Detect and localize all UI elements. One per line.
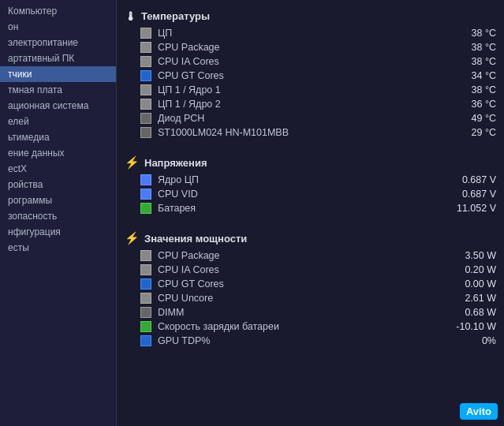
sidebar-item-kompyuter[interactable]: Компьютер (0, 3, 116, 19)
temp-cpu-package: CPU Package 38 °C (117, 40, 504, 54)
power-cpu-ia: CPU IA Cores 0.20 W (117, 263, 504, 277)
cpu-gt-icon (139, 70, 153, 81)
sidebar-item-programs[interactable]: рограммы (0, 192, 116, 208)
temperature-icon: 🌡 (125, 9, 136, 23)
power-pkg-icon (139, 250, 153, 261)
power-gt-icon (139, 278, 153, 290)
temp-hdd: ST1000LM024 HN-M101MBB 29 °C (117, 125, 504, 140)
sidebar-item-electro[interactable]: электропитание (0, 35, 116, 50)
temp-cpu-ia-cores: CPU IA Cores 38 °C (117, 54, 504, 69)
core2-icon (139, 99, 153, 110)
main-content: 🌡 Температуры ЦП 38 °C CPU Package 38 °C… (117, 0, 504, 426)
power-header: ⚡ Значения мощности (117, 226, 504, 248)
sidebar-item-devices[interactable]: ройства (0, 177, 116, 192)
temp-core1: ЦП 1 / Ядро 1 38 °C (117, 83, 504, 97)
pch-icon (139, 113, 153, 124)
sidebar-item-display[interactable]: елей (0, 114, 116, 129)
power-icon: ⚡ (125, 231, 140, 245)
voltages-header: ⚡ Напряжения (117, 151, 504, 173)
power-uncore: CPU Uncore 2.61 W (117, 291, 504, 305)
power-cpu-package: CPU Package 3.50 W (117, 248, 504, 263)
hdd-icon (139, 127, 153, 138)
volt-core-icon (139, 174, 153, 185)
temp-cpu: ЦП 38 °C (117, 26, 504, 40)
power-dimm: DIMM 0.68 W (117, 305, 504, 320)
volt-vid-icon (139, 189, 153, 200)
battery-icon (139, 203, 153, 214)
sidebar-item-os[interactable]: ационная система (0, 98, 116, 114)
sidebar-item-directx[interactable]: ectX (0, 161, 116, 177)
sidebar-item-tests[interactable]: есты (0, 240, 116, 256)
power-charge: Скорость зарядки батареи -10.10 W (117, 320, 504, 334)
temperatures-header: 🌡 Температуры (117, 5, 504, 26)
sidebar-item-data[interactable]: ение данных (0, 145, 116, 161)
power-ia-icon (139, 264, 153, 275)
charge-icon (139, 321, 153, 332)
divider-2 (117, 215, 504, 222)
power-gpu-tdp: GPU TDP% 0% (117, 334, 504, 348)
power-cpu-gt: CPU GT Cores 0.00 W (117, 277, 504, 291)
temp-core2: ЦП 1 / Ядро 2 36 °C (117, 97, 504, 111)
volt-vid: CPU VID 0.687 V (117, 187, 504, 201)
temp-cpu-gt-cores: CPU GT Cores 34 °C (117, 69, 504, 83)
power-uncore-icon (139, 293, 153, 304)
sidebar-item-multimedia[interactable]: ьтимедиа (0, 129, 116, 145)
voltage-icon: ⚡ (125, 155, 140, 170)
sidebar-item-on[interactable]: он (0, 19, 116, 35)
temp-pch: Диод PCH 49 °C (117, 111, 504, 125)
cpu-icon (139, 28, 153, 39)
sidebar-item-portable[interactable]: артативный ПК (0, 50, 116, 66)
volt-battery: Батарея 11.052 V (117, 201, 504, 215)
sidebar: Компьютер он электропитание артативный П… (0, 0, 117, 426)
sidebar-item-config[interactable]: нфигурация (0, 224, 116, 240)
avito-badge: Avito (460, 403, 498, 420)
core1-icon (139, 84, 153, 95)
gpu-tdp-icon (139, 335, 153, 346)
sidebar-item-sensors[interactable]: тчики (0, 66, 116, 82)
cpu-ia-icon (139, 56, 153, 67)
cpu-package-icon (139, 42, 153, 53)
dimm-icon (139, 307, 153, 318)
sidebar-item-security[interactable]: зопасность (0, 208, 116, 224)
divider-1 (117, 140, 504, 146)
volt-core: Ядро ЦП 0.687 V (117, 173, 504, 187)
sidebar-item-board[interactable]: тмная плата (0, 82, 116, 98)
